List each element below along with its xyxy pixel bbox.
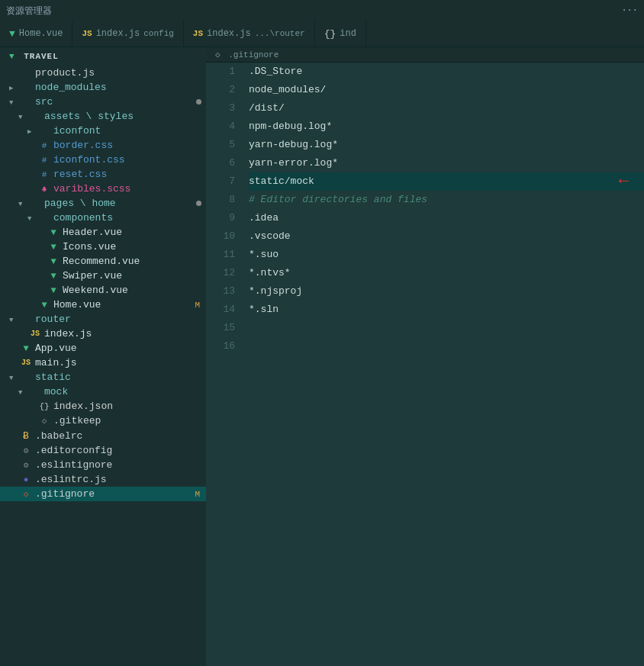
vue-icon: ▼ xyxy=(47,242,60,253)
babel-icon: Ƀ xyxy=(20,430,32,442)
code-lines: .DS_Storenode_modules//dist/npm-debug.lo… xyxy=(243,63,644,666)
sidebar-item-label: iconfont.css xyxy=(53,154,206,166)
chevron-icon xyxy=(27,212,38,224)
sidebar-item-babelrc[interactable]: Ƀ.babelrc xyxy=(0,428,206,443)
sidebar-item-label: mock xyxy=(44,386,206,397)
sidebar-item-components[interactable]: components xyxy=(0,211,206,225)
tab-index-js-router[interactable]: JS index.js ...\router xyxy=(184,21,315,47)
sidebar-item-main-js[interactable]: JSmain.js xyxy=(0,356,206,370)
sidebar-item-border-css[interactable]: #border.css xyxy=(0,138,206,153)
config-icon: ⚙ xyxy=(20,446,32,455)
sidebar-item-icons-vue[interactable]: ▼Icons.vue xyxy=(0,240,206,254)
sidebar-item-eslintignore[interactable]: ⚙.eslintignore xyxy=(0,458,206,472)
sidebar-item-editorconfig[interactable]: ⚙.editorconfig xyxy=(0,443,206,458)
item-badge: M xyxy=(195,490,206,499)
sidebar-item-label: node_modules xyxy=(35,82,206,93)
sidebar-item-label: index.js xyxy=(44,328,206,339)
sidebar-item-label: pages \ home xyxy=(44,198,196,209)
line-number: 1 xyxy=(206,63,235,81)
sidebar-item-static[interactable]: static xyxy=(0,370,206,384)
sidebar-item-assets-styles[interactable]: assets \ styles xyxy=(0,109,206,124)
line-number: 9 xyxy=(206,209,235,227)
sidebar-item-label: router xyxy=(35,314,206,325)
sidebar-item-label: .editorconfig xyxy=(35,445,206,456)
sidebar-item-mock[interactable]: mock xyxy=(0,384,206,399)
tab-label: index.js xyxy=(96,28,140,39)
item-badge: M xyxy=(195,301,206,310)
sidebar-item-label: .eslintrc.js xyxy=(35,474,206,485)
code-line: *.ntvs* xyxy=(249,264,644,282)
chevron-icon xyxy=(9,314,20,325)
code-line: npm-debug.log* xyxy=(249,117,644,136)
code-line: static/mock← xyxy=(249,172,644,191)
css-icon: # xyxy=(38,156,50,165)
vue-icon: ▼ xyxy=(47,271,60,282)
json-icon: {} xyxy=(324,28,336,40)
line-number: 11 xyxy=(206,246,235,264)
sidebar-item-pages-home[interactable]: pages \ home xyxy=(0,196,206,211)
sidebar-item-iconfont[interactable]: iconfont xyxy=(0,124,206,138)
tab-sublabel: ...\router xyxy=(255,29,305,38)
chevron-icon xyxy=(27,125,38,137)
sidebar-item-label: Weekend.vue xyxy=(63,285,206,296)
line-number: 2 xyxy=(206,81,235,99)
sidebar-item-app-vue[interactable]: ▼App.vue xyxy=(0,341,206,356)
vue-icon: ▼ xyxy=(47,256,60,267)
modified-dot xyxy=(196,201,201,206)
file-path-text: .gitignore xyxy=(228,50,279,60)
chevron-icon xyxy=(18,386,29,397)
sidebar-item-src[interactable]: src xyxy=(0,95,206,109)
sidebar-item-node_modules[interactable]: node_modules xyxy=(0,80,206,95)
sidebar: ▼ TRAVEL product.jsnode_modulessrcassets… xyxy=(0,47,206,666)
sidebar-item-weekend-vue[interactable]: ▼Weekend.vue xyxy=(0,283,206,298)
tab-sublabel: config xyxy=(143,29,174,38)
vue-icon: ▼ xyxy=(20,343,32,354)
tab-home-vue[interactable]: ▼ Home.vue xyxy=(0,21,72,47)
scss-icon: ♣ xyxy=(38,185,50,194)
file-path-bar: ◇ .gitignore xyxy=(206,47,644,63)
line-number: 5 xyxy=(206,136,235,154)
sidebar-item-label: border.css xyxy=(53,140,206,151)
sidebar-item-label: .gitignore xyxy=(35,488,195,500)
sidebar-item-gitkeep[interactable]: ◇.gitkeep xyxy=(0,413,206,428)
sidebar-item-index-js-router[interactable]: JSindex.js xyxy=(0,327,206,341)
css-icon: # xyxy=(38,141,50,150)
sidebar-item-label: product.js xyxy=(35,67,206,79)
sidebar-item-iconfont-css[interactable]: #iconfont.css xyxy=(0,153,206,167)
sidebar-item-label: Recommend.vue xyxy=(63,256,206,267)
chevron-icon xyxy=(9,96,20,108)
line-number: 3 xyxy=(206,99,235,117)
sidebar-item-label: Home.vue xyxy=(53,299,195,310)
title-bar-dots[interactable]: ··· xyxy=(621,5,638,16)
code-view[interactable]: 12345678910111213141516 .DS_Storenode_mo… xyxy=(206,63,644,666)
sidebar-item-index-json[interactable]: {}index.json xyxy=(0,399,206,413)
sidebar-item-home-vue[interactable]: ▼Home.vueM xyxy=(0,298,206,312)
sidebar-item-eslintrc-js[interactable]: ●.eslintrc.js xyxy=(0,472,206,487)
line-number: 14 xyxy=(206,301,235,319)
main-area: ▼ TRAVEL product.jsnode_modulessrcassets… xyxy=(0,47,644,666)
json-icon: {} xyxy=(38,402,50,411)
sidebar-item-label: .eslintignore xyxy=(35,459,206,471)
line-number: 13 xyxy=(206,282,235,301)
sidebar-item-product-js[interactable]: product.js xyxy=(0,66,206,80)
sidebar-item-varibles-scss[interactable]: ♣varibles.scss xyxy=(0,182,206,196)
code-line: # Editor directories and files xyxy=(249,191,644,209)
gitkeep-icon: ◇ xyxy=(38,416,50,426)
sidebar-item-label: index.json xyxy=(53,401,206,412)
line-number: 10 xyxy=(206,227,235,246)
sidebar-item-recommend-vue[interactable]: ▼Recommend.vue xyxy=(0,254,206,269)
tab-index-js-config[interactable]: JS index.js config xyxy=(72,21,183,47)
sidebar-item-swiper-vue[interactable]: ▼Swiper.vue xyxy=(0,269,206,283)
code-line: *.sln xyxy=(249,301,644,319)
sidebar-section-title: ▼ TRAVEL xyxy=(0,47,206,66)
sidebar-item-gitignore[interactable]: ◇.gitignoreM xyxy=(0,487,206,501)
code-line: .idea xyxy=(249,209,644,227)
tab-json[interactable]: {} ind xyxy=(315,21,366,47)
sidebar-item-router[interactable]: router xyxy=(0,312,206,327)
sidebar-item-header-vue[interactable]: ▼Header.vue xyxy=(0,225,206,240)
sidebar-item-reset-css[interactable]: #reset.css xyxy=(0,167,206,182)
code-line: *.suo xyxy=(249,246,644,264)
js-icon: JS xyxy=(82,29,92,38)
js-icon: JS xyxy=(29,330,41,338)
css-icon: # xyxy=(38,170,50,179)
